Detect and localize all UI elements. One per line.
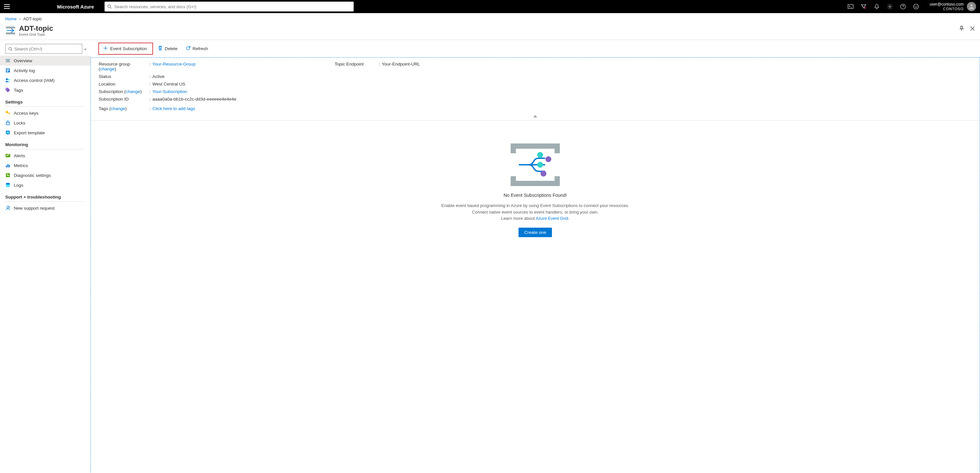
topbar-icons xyxy=(848,3,919,10)
collapse-sidebar-icon[interactable]: « xyxy=(84,46,86,51)
svg-rect-44 xyxy=(555,143,560,153)
topic-endpoint-value: Your-Endpoint-URL xyxy=(382,62,420,67)
nav-label: Metrics xyxy=(14,163,28,168)
breadcrumb-home[interactable]: Home xyxy=(5,16,17,21)
nav-label: Locks xyxy=(14,121,25,125)
nav-access-control[interactable]: Access control (IAM) xyxy=(0,75,91,85)
logs-icon xyxy=(5,183,11,188)
pin-icon[interactable] xyxy=(959,26,964,32)
svg-point-15 xyxy=(9,47,11,50)
nav-activity-log[interactable]: Activity log xyxy=(0,65,91,75)
nav-logs[interactable]: Logs xyxy=(0,180,91,190)
breadcrumb-current: ADT-topic xyxy=(23,16,42,21)
toolbar: Event Subscription Delete Refresh xyxy=(91,40,980,57)
event-subscription-button[interactable]: Event Subscription xyxy=(100,44,150,53)
svg-rect-2 xyxy=(848,5,853,8)
change-tags[interactable]: change xyxy=(111,106,125,111)
global-search-input[interactable] xyxy=(115,4,351,9)
tenant-name: CONTOSO xyxy=(929,7,964,11)
nav-label: Alerts xyxy=(14,153,25,158)
cloud-shell-icon[interactable] xyxy=(848,3,853,10)
nav-label: Tags xyxy=(14,88,23,93)
button-label: Refresh xyxy=(193,46,208,51)
nav-label: Overview xyxy=(14,58,32,63)
nav-diagnostic[interactable]: Diagnostic settings xyxy=(0,170,91,180)
nav-new-support[interactable]: New support request xyxy=(0,203,91,213)
user-block[interactable]: user@contoso.com CONTOSO xyxy=(929,2,976,11)
sidebar-search[interactable] xyxy=(5,44,82,54)
resource-group-label: Resource group (change) xyxy=(99,62,148,71)
change-subscription[interactable]: change xyxy=(126,89,140,94)
nav-label: New support request xyxy=(14,206,55,211)
nav-label: Access control (IAM) xyxy=(14,78,55,83)
refresh-button[interactable]: Refresh xyxy=(182,44,212,53)
tags-icon xyxy=(5,87,11,93)
nav-metrics[interactable]: Metrics xyxy=(0,160,91,170)
resource-header: ADT-topic Event Grid Topic xyxy=(0,23,980,40)
nav-tags[interactable]: Tags xyxy=(0,85,91,95)
nav-label: Access keys xyxy=(14,111,38,116)
delete-button[interactable]: Delete xyxy=(154,44,181,53)
svg-rect-11 xyxy=(6,32,15,34)
button-label: Delete xyxy=(165,46,178,51)
svg-rect-33 xyxy=(6,165,7,167)
svg-point-6 xyxy=(914,4,919,9)
svg-point-4 xyxy=(889,6,891,8)
svg-point-25 xyxy=(6,89,7,89)
status-value: Active xyxy=(153,74,164,79)
svg-point-9 xyxy=(970,4,973,6)
collapse-essentials[interactable] xyxy=(91,114,980,121)
diagnostic-icon xyxy=(5,173,11,178)
svg-rect-22 xyxy=(6,71,8,72)
search-icon xyxy=(107,4,112,9)
subscription-value[interactable]: Your-Subscription xyxy=(153,89,187,94)
change-resource-group[interactable]: change xyxy=(100,67,115,71)
highlight-box: Event Subscription xyxy=(98,43,153,55)
azure-event-grid-link[interactable]: Azure Event Grid xyxy=(536,216,568,221)
svg-rect-27 xyxy=(8,113,10,113)
svg-point-23 xyxy=(6,78,8,80)
nav-overview[interactable]: Overview xyxy=(0,56,91,65)
svg-rect-42 xyxy=(511,143,560,149)
svg-point-51 xyxy=(541,171,546,176)
svg-rect-28 xyxy=(9,113,10,114)
close-icon[interactable] xyxy=(970,26,975,32)
metrics-icon xyxy=(5,163,11,168)
svg-rect-29 xyxy=(6,122,10,125)
avatar[interactable] xyxy=(967,2,976,11)
topic-endpoint-label: Topic Endpoint xyxy=(335,62,377,67)
location-label: Location xyxy=(99,82,148,86)
add-tags-link[interactable]: Click here to add tags xyxy=(153,106,195,111)
hamburger-menu[interactable] xyxy=(4,3,11,10)
chevron-right-icon: › xyxy=(19,16,21,21)
sidebar-search-input[interactable] xyxy=(14,46,79,51)
svg-rect-46 xyxy=(511,176,516,186)
lock-icon xyxy=(5,120,11,125)
global-search[interactable] xyxy=(105,2,354,11)
nav-alerts[interactable]: Alerts xyxy=(0,151,91,160)
settings-icon[interactable] xyxy=(887,3,893,10)
nav-access-keys[interactable]: Access keys xyxy=(0,108,91,118)
nav-locks[interactable]: Locks xyxy=(0,118,91,128)
notifications-icon[interactable] xyxy=(874,3,880,10)
svg-rect-43 xyxy=(511,143,516,153)
activity-log-icon xyxy=(5,68,11,73)
essentials: Resource group (change) : Your-Resource-… xyxy=(91,58,980,114)
svg-rect-17 xyxy=(6,59,10,60)
brand-label: Microsoft Azure xyxy=(57,4,94,10)
svg-rect-35 xyxy=(9,165,10,167)
svg-rect-10 xyxy=(6,27,15,29)
support-icon xyxy=(5,205,11,211)
nav-export-template[interactable]: Export template xyxy=(0,128,91,138)
subscription-label: Subscription (change) xyxy=(99,89,148,94)
svg-point-39 xyxy=(7,206,9,208)
directory-filter-icon[interactable] xyxy=(861,3,867,10)
feedback-icon[interactable] xyxy=(913,3,919,10)
help-icon[interactable] xyxy=(900,3,906,10)
svg-line-1 xyxy=(110,8,111,9)
section-monitoring: Monitoring xyxy=(0,138,91,151)
resource-group-value[interactable]: Your-Resource-Group xyxy=(153,62,196,67)
empty-state: No Event Subscriptions Found! Enable eve… xyxy=(91,121,980,473)
create-one-button[interactable]: Create one xyxy=(519,228,552,237)
subscription-id-value: aaaa0a0a-bb1b-cc2c-dd3d-eeeeee4e4e4e xyxy=(153,97,236,102)
